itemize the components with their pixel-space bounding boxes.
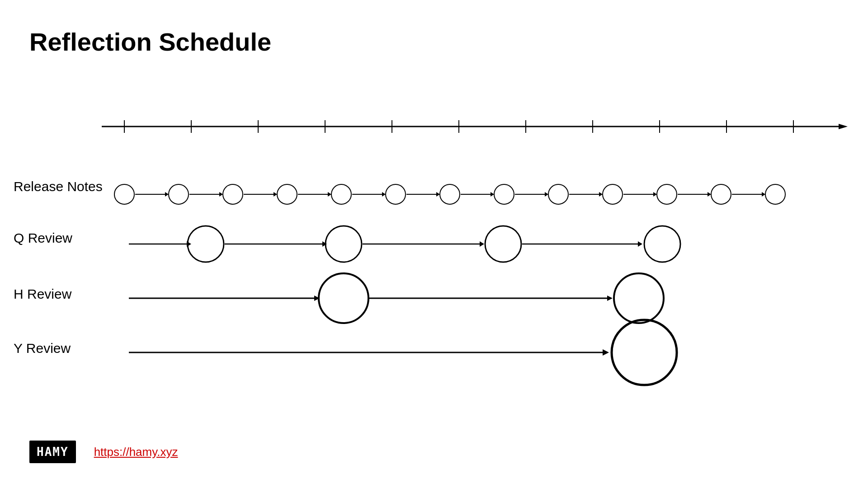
label-release-notes: Release Notes bbox=[14, 179, 103, 194]
svg-point-20 bbox=[494, 184, 514, 204]
label-q-review: Q Review bbox=[14, 230, 72, 246]
svg-marker-66 bbox=[607, 296, 613, 301]
svg-point-17 bbox=[331, 184, 351, 204]
svg-point-16 bbox=[277, 184, 297, 204]
svg-marker-27 bbox=[165, 192, 169, 197]
svg-marker-31 bbox=[274, 192, 277, 197]
svg-point-22 bbox=[603, 184, 623, 204]
hamy-logo: HAMY bbox=[29, 441, 76, 463]
svg-point-14 bbox=[169, 184, 189, 204]
label-h-review: H Review bbox=[14, 286, 71, 302]
svg-marker-57 bbox=[480, 241, 484, 247]
svg-marker-37 bbox=[436, 192, 440, 197]
svg-point-70 bbox=[612, 320, 677, 385]
svg-point-23 bbox=[657, 184, 677, 204]
svg-marker-33 bbox=[328, 192, 331, 197]
svg-marker-60 bbox=[638, 241, 642, 247]
svg-point-25 bbox=[765, 184, 785, 204]
svg-point-18 bbox=[386, 184, 406, 204]
svg-marker-49 bbox=[762, 192, 765, 197]
svg-point-13 bbox=[114, 184, 134, 204]
svg-point-52 bbox=[188, 226, 224, 262]
svg-point-15 bbox=[223, 184, 243, 204]
svg-marker-41 bbox=[545, 192, 548, 197]
svg-marker-45 bbox=[653, 192, 657, 197]
svg-marker-47 bbox=[708, 192, 711, 197]
label-y-review: Y Review bbox=[14, 341, 71, 356]
svg-point-19 bbox=[440, 184, 460, 204]
chart-svg bbox=[29, 77, 852, 393]
svg-point-21 bbox=[548, 184, 568, 204]
svg-marker-39 bbox=[491, 192, 494, 197]
svg-point-58 bbox=[485, 226, 521, 262]
svg-marker-43 bbox=[599, 192, 603, 197]
svg-point-55 bbox=[326, 226, 362, 262]
svg-point-61 bbox=[644, 226, 680, 262]
svg-point-64 bbox=[319, 273, 368, 323]
svg-marker-1 bbox=[839, 124, 848, 129]
page-title: Reflection Schedule bbox=[29, 27, 271, 56]
hamy-link[interactable]: https://hamy.xyz bbox=[94, 445, 178, 459]
footer: HAMY https://hamy.xyz bbox=[29, 441, 178, 463]
svg-point-24 bbox=[711, 184, 731, 204]
svg-marker-69 bbox=[603, 349, 609, 356]
svg-marker-35 bbox=[382, 192, 386, 197]
svg-marker-29 bbox=[219, 192, 223, 197]
svg-point-67 bbox=[614, 273, 664, 323]
